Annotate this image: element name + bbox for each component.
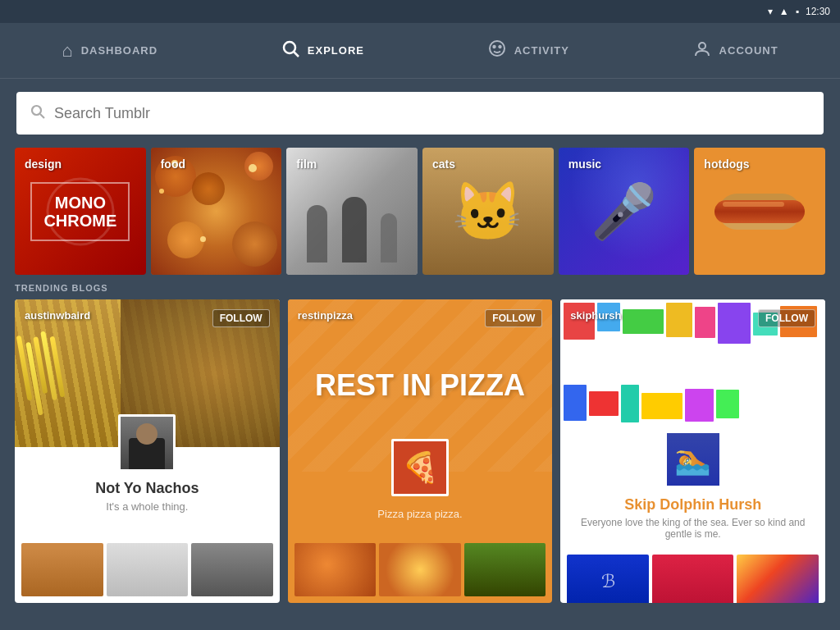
avatar-pizza: 🍕 [391,439,449,496]
avatar-austin [118,414,176,472]
thumb-pizza-2 [379,543,461,596]
thumb-skip-3 [737,555,819,603]
tag-design-label: design [25,158,62,171]
follow-btn-pizza[interactable]: FOLLOW [485,309,542,327]
thumb-austin-2 [107,543,189,596]
thumb-pizza-3 [464,543,546,596]
tag-cats-label: cats [432,158,455,171]
blog-desc-skip: Everyone love the king of the sea. Ever … [573,517,812,540]
tag-film[interactable]: film [286,148,418,275]
nav-explore[interactable]: EXPLORE [265,31,381,71]
nav-bar: ⌂ DASHBOARD EXPLORE ACTIVITY [0,23,840,79]
nav-activity[interactable]: ACTIVITY [472,31,586,71]
thumb-skip-2 [652,555,734,603]
tag-music-label: music [568,158,601,171]
trending-label: TRENDING BLOGS [15,283,825,293]
blog-card-restinpizza: REST IN PIZZA restinpizza FOLLOW 🍕 Pizza… [288,299,553,603]
svg-point-6 [32,106,41,115]
account-label: ACCOUNT [719,44,778,57]
nav-account[interactable]: ACCOUNT [677,31,795,71]
pizza-card-desc: Pizza pizza pizza. [301,508,540,520]
search-section [0,79,840,148]
activity-icon [488,39,506,62]
clock: 12:30 [806,6,830,17]
wifi-icon: ▾ [768,6,773,17]
svg-point-8 [48,179,113,244]
tags-section: MONOCHROME design food [0,148,840,275]
blogs-grid: austinwbaird FOLLOW Not Yo Nachos It's a… [15,299,825,603]
blog-thumbs-pizza [288,543,553,603]
nav-dashboard[interactable]: ⌂ DASHBOARD [45,32,174,70]
follow-btn-skip[interactable]: FOLLOW [758,309,815,327]
blog-title-skip: Skip Dolphin Hursh [573,496,812,514]
status-bar: ▾ ▲ ▪ 12:30 [0,0,840,23]
blog-name-skip: skiphursh [570,309,621,322]
trending-section: TRENDING BLOGS [0,275,840,608]
tag-cats[interactable]: 🐱 cats [422,148,554,275]
thumb-austin-3 [191,543,273,596]
explore-icon [281,39,299,62]
tag-food[interactable]: food [151,148,282,275]
explore-label: EXPLORE [308,44,364,57]
tag-design[interactable]: MONOCHROME design [15,148,146,275]
svg-point-4 [499,45,500,47]
thumb-pizza-1 [294,543,377,596]
blog-name-austin: austinwbaird [25,309,90,322]
signal-icon: ▲ [779,6,789,17]
blog-thumbs-skip: ℬ [560,555,825,603]
tag-hotdogs[interactable]: hotdogs [694,148,825,275]
svg-line-7 [40,114,44,118]
blog-card-austinwbaird: austinwbaird FOLLOW Not Yo Nachos It's a… [15,299,280,603]
thumb-austin-1 [21,543,103,596]
dashboard-label: DASHBOARD [81,44,158,57]
dashboard-icon: ⌂ [62,40,72,62]
blog-name-pizza: restinpizza [298,309,353,322]
svg-point-0 [284,42,295,53]
avatar-skip: 🏊 [664,431,722,488]
svg-line-1 [294,52,299,57]
follow-btn-austin[interactable]: FOLLOW [212,309,270,327]
battery-icon: ▪ [796,6,799,17]
blog-thumbs-austin [15,543,280,603]
tag-film-label: film [296,158,317,171]
search-input[interactable] [54,105,810,122]
blog-desc-austin: It's a whole thing. [28,500,267,513]
activity-label: ACTIVITY [514,44,569,57]
search-icon [30,103,46,123]
account-icon [693,39,711,62]
blog-title-austin: Not Yo Nachos [28,480,267,497]
tag-music[interactable]: 🎤 music [559,148,690,275]
tag-hotdogs-label: hotdogs [704,158,749,171]
svg-point-2 [490,41,504,56]
search-bar-container [16,92,824,135]
svg-point-5 [699,43,705,49]
thumb-skip-1: ℬ [567,555,649,603]
svg-point-3 [493,45,495,47]
tag-food-label: food [161,158,185,171]
blog-card-skiphursh: skiphursh FOLLOW 🏊 Skip Dolphin Hursh Ev… [560,299,825,603]
